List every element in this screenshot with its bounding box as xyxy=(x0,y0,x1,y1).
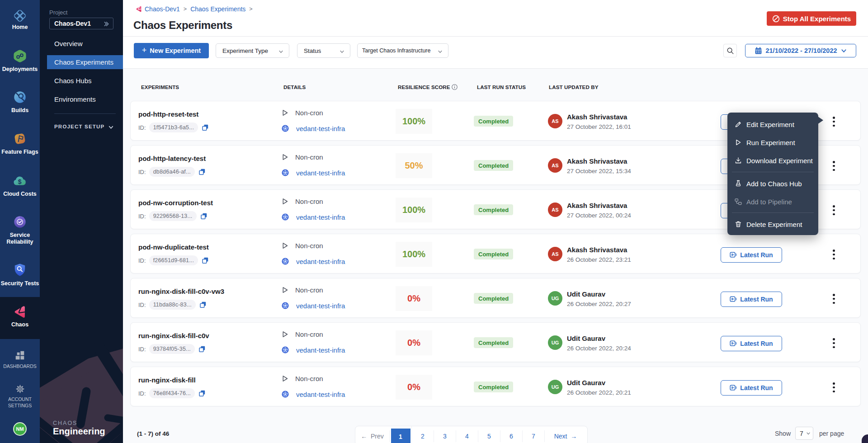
svg-text:$: $ xyxy=(18,178,22,185)
